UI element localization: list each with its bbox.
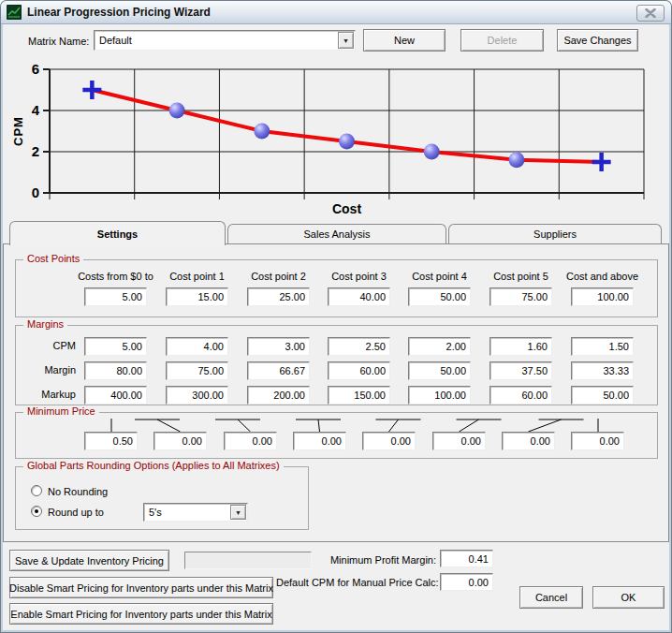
cpm-row-label: CPM [23,340,76,351]
svg-text:Cost: Cost [332,201,361,216]
app-icon [7,5,22,20]
new-button[interactable]: New [363,29,446,52]
margins-group: Margins CPM Margin Markup [15,325,658,405]
matrix-name-value: Default [99,35,132,46]
cost-points-group-label: Cost Points [23,253,83,264]
cpm-input[interactable] [84,337,147,356]
cost-point-input[interactable] [247,287,310,306]
margin-input[interactable] [328,361,390,380]
margin-input[interactable] [408,361,471,380]
ok-button[interactable]: OK [592,586,665,609]
minimum-price-input[interactable] [293,432,346,450]
minimum-price-input[interactable] [432,432,486,450]
minimum-price-input[interactable] [571,432,624,450]
cpm-input[interactable] [571,337,634,356]
rounding-options-group-label: Global Parts Rounding Options (Applies t… [23,460,284,471]
cost-col-header: Cost point 1 [153,271,241,282]
margin-input[interactable] [84,361,147,380]
cost-col-header: Costs from $0 to [71,271,160,282]
svg-text:4: 4 [32,102,40,118]
margin-input[interactable] [247,361,310,380]
tab-sales-analysis[interactable]: Sales Analysis [227,224,446,243]
delete-button[interactable]: Delete [460,29,544,52]
markup-input[interactable] [408,386,471,405]
chevron-down-icon[interactable]: ▼ [230,505,246,520]
cost-point-input[interactable] [166,287,228,306]
save-changes-button[interactable]: Save Changes [557,29,638,52]
markup-input[interactable] [84,386,147,405]
min-profit-margin-label: Minimum Profit Margin: [318,554,436,566]
round-up-to-label: Round up to [48,507,104,518]
cpm-input[interactable] [408,337,471,356]
markup-input[interactable] [571,386,634,405]
markup-input[interactable] [328,386,390,405]
disable-smart-pricing-button[interactable]: Disable Smart Pricing for Inventory part… [9,577,273,598]
no-rounding-radio[interactable] [31,485,42,496]
matrix-name-label: Matrix Name: [28,36,89,47]
minimum-price-input[interactable] [224,432,277,450]
minimum-price-input[interactable] [153,432,207,450]
markup-row-label: Markup [23,389,76,400]
round-up-to-radio[interactable] [31,506,42,517]
cpm-input[interactable] [489,337,552,356]
minimum-price-input[interactable] [362,432,416,450]
minimum-price-group: Minimum Price [15,412,658,459]
margins-group-label: Margins [23,318,67,330]
rounding-options-group: Global Parts Rounding Options (Applies t… [15,466,309,530]
update-progress-bar [184,552,312,569]
cost-col-header: Cost point 5 [476,271,565,282]
markup-input[interactable] [489,386,552,405]
margin-input[interactable] [571,361,634,380]
markup-input[interactable] [247,386,310,405]
cost-point-input[interactable] [571,287,634,306]
close-button[interactable] [636,5,665,22]
cost-col-header: Cost point 4 [395,271,484,282]
cost-points-group: Cost Points Costs from $0 to Cost point … [15,259,658,317]
window-title: Linear Progression Pricing Wizard [27,6,211,19]
no-rounding-label: No Rounding [48,486,108,497]
svg-text:2: 2 [32,143,39,159]
default-cpm-input[interactable] [440,573,493,591]
cost-point-input[interactable] [84,287,147,306]
tab-settings[interactable]: Settings [9,221,226,245]
minimum-price-connector-lines [16,413,659,434]
cpm-input[interactable] [247,337,310,356]
svg-text:6: 6 [32,61,39,77]
min-profit-margin-input[interactable] [440,550,493,567]
cancel-button[interactable]: Cancel [519,586,583,609]
minimum-price-input[interactable] [502,432,555,450]
cost-col-header: Cost and above [558,271,647,282]
svg-text:CPM: CPM [11,116,25,146]
pricing-chart[interactable]: 0246CPMCost [4,58,668,221]
titlebar: Linear Progression Pricing Wizard [1,1,671,24]
round-to-value: 5's [149,507,162,518]
pricing-wizard-window: Linear Progression Pricing Wizard Matrix… [0,0,672,633]
cost-point-input[interactable] [328,287,390,306]
matrix-name-combobox[interactable]: Default ▼ [94,30,356,51]
save-update-inventory-button[interactable]: Save & Update Inventory Pricing [9,550,169,571]
tab-suppliers[interactable]: Suppliers [448,224,662,243]
margin-row-label: Margin [23,364,76,375]
cost-point-input[interactable] [408,287,471,306]
cost-point-input[interactable] [489,287,552,306]
round-to-combobox[interactable]: 5's ▼ [143,503,248,522]
margin-input[interactable] [489,361,552,380]
margin-input[interactable] [166,361,228,380]
cpm-input[interactable] [328,337,390,356]
chevron-down-icon[interactable]: ▼ [338,32,354,49]
cpm-input[interactable] [166,337,228,356]
enable-smart-pricing-button[interactable]: Enable Smart Pricing for Inventory parts… [9,603,273,625]
cost-col-header: Cost point 3 [314,271,403,282]
markup-input[interactable] [166,386,228,405]
svg-text:0: 0 [32,184,39,200]
cost-col-header: Cost point 2 [234,271,323,282]
default-cpm-label: Default CPM for Manual Price Calc: [276,577,436,588]
minimum-price-input[interactable] [84,432,138,450]
